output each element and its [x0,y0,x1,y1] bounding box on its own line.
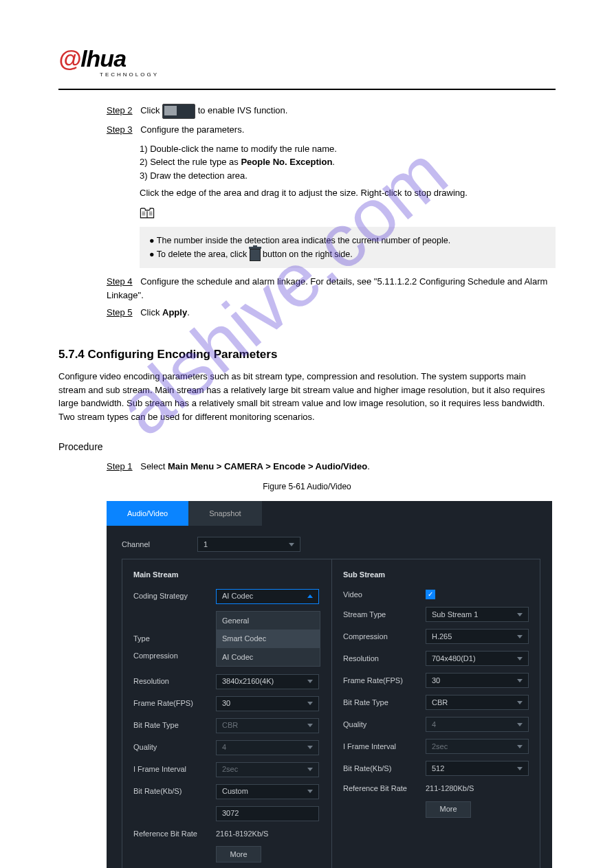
main-res-value: 3840x2160(4K) [222,676,274,687]
main-bitrate-select[interactable]: Custom [216,784,319,799]
note-item-2b: button on the right side. [263,249,353,259]
logo-subtext: TECHNOLOGY [100,71,597,79]
main-stream-title: Main Stream [133,569,320,581]
main-res-select[interactable]: 3840x2160(4K) [216,674,319,689]
sub-res-label: Resolution [343,653,426,665]
header-rule [58,89,556,90]
main-bitrate-custom-input[interactable]: 3072 [216,806,319,821]
sub-res-select[interactable]: 704x480(D1) [426,651,529,666]
main-iframe-select[interactable]: 2sec [216,762,319,777]
apply-label: Apply [162,307,187,318]
step-2-label: Step 2 [107,105,133,115]
section-title: Configuring Encoding Parameters [85,348,278,361]
sub-iframe-value: 2sec [432,741,448,753]
step-3-label: Step 3 [107,124,133,135]
opt-smart-codec[interactable]: Smart Codec [217,630,320,648]
proc-step-1-menu: Main Menu > CAMERA > Encode > Audio/Vide… [168,461,367,471]
proc-step-1-label: Step 1 [107,461,133,471]
channel-select[interactable]: 1 [197,537,300,552]
sub-more-button[interactable]: More [426,801,471,818]
sub-compression-label: Compression [343,631,426,643]
main-brtype-select[interactable]: CBR [216,718,319,733]
proc-step-1-b: . [367,461,370,471]
sub-brtype-select[interactable]: CBR [426,695,529,710]
step-3-sub1: 1) Double-click the name to modify the r… [140,142,556,156]
sub-fps-select[interactable]: 30 [426,673,529,688]
proc-step-1-a: Select [140,461,168,471]
sub-video-label: Video [343,589,426,601]
main-more-button[interactable]: More [216,846,261,863]
step-5-text-b: . [187,307,190,318]
step-3-sub4: Click the edge of the area and drag it t… [140,186,556,200]
main-stream-col: Main Stream Coding Strategy AI Codec Typ… [122,559,332,868]
sub-streamtype-label: Stream Type [343,609,426,621]
section-heading: 5.7.4 Configuring Encoding Parameters [58,346,556,364]
channel-value: 1 [204,539,208,550]
type-label: Type [133,633,216,645]
sub-bitrate-label: Bit Rate(Kb/S) [343,763,426,775]
encode-panel: Audio/Video Snapshot Channel 1 Main Stre… [107,501,552,869]
sub-quality-value: 4 [432,719,436,731]
coding-strategy-value: AI Codec [222,590,253,602]
step-4-text: Configure the schedule and alarm linkage… [107,276,547,300]
sub-quality-label: Quality [343,719,426,731]
main-brtype-value: CBR [222,720,238,731]
main-quality-select[interactable]: 4 [216,740,319,755]
sub-res-value: 704x480(D1) [432,653,476,665]
logo: @lhua TECHNOLOGY [58,41,556,85]
trash-icon[interactable] [250,249,261,261]
sub-bitrate-value: 512 [432,763,444,775]
main-bitrate-custom-value: 3072 [222,808,239,819]
tab-audio-video[interactable]: Audio/Video [107,501,188,526]
tab-snapshot[interactable]: Snapshot [188,501,261,526]
main-iframe-value: 2sec [222,764,238,775]
toggle-icon[interactable] [162,104,195,119]
sub-compression-select[interactable]: H.265 [426,629,529,644]
step-3-sub2-bold: People No. Exception [241,157,332,167]
opt-ai-codec[interactable]: AI Codec [217,648,320,667]
sub-streamtype-select[interactable]: Sub Stream 1 [426,607,529,622]
sub-iframe-label: I Frame Interval [343,741,426,753]
step-3-text: Configure the parameters. [140,124,244,135]
sub-bitrate-select[interactable]: 512 [426,761,529,776]
main-fps-label: Frame Rate(FPS) [133,698,216,709]
section-body: Configure video encoding parameters such… [58,370,556,423]
note-item-1: The number inside the detection area ind… [157,236,450,245]
coding-strategy-label: Coding Strategy [133,590,216,602]
step-3: Step 3 Configure the parameters. 1) Doub… [107,123,556,268]
main-brtype-label: Bit Rate Type [133,720,216,731]
sub-stream-title: Sub Stream [343,569,529,581]
coding-strategy-select[interactable]: AI Codec [216,589,319,604]
opt-general[interactable]: General [217,612,320,630]
step-2: Step 2 Click to enable IVS function. [107,104,556,119]
figure-caption: Figure 5-61 Audio/Video [58,480,556,493]
note-item-2a: To delete the area, click [157,249,250,259]
sub-video-checkbox[interactable]: ✓ [426,590,435,599]
step-4: Step 4 Configure the schedule and alarm … [107,275,556,302]
step-3-sub2-a: 2) Select the rule type as [140,157,241,167]
sub-refbr-value: 211-1280Kb/S [426,783,474,794]
main-refbr-label: Reference Bit Rate [133,828,216,840]
sub-fps-value: 30 [432,675,440,687]
sub-iframe-select[interactable]: 2sec [426,739,529,754]
procedure-title: Procedure [58,440,556,454]
note-box: ● The number inside the detection area i… [140,227,556,268]
sub-compression-value: H.265 [432,631,452,643]
sub-streamtype-value: Sub Stream 1 [432,609,478,621]
step-5-label: Step 5 [107,307,133,318]
proc-step-1: Step 1 Select Main Menu > CAMERA > Encod… [107,460,556,474]
main-fps-select[interactable]: 30 [216,696,319,711]
step-3-sub3: 3) Draw the detection area. [140,169,556,183]
step-4-label: Step 4 [107,276,133,287]
note-icon [140,207,155,223]
step-2-text-a: Click [140,105,162,115]
main-bitrate-label: Bit Rate(Kb/S) [133,786,216,797]
sub-quality-select[interactable]: 4 [426,717,529,732]
logo-text: lhua [80,45,126,71]
main-iframe-label: I Frame Interval [133,764,216,775]
coding-strategy-dropdown[interactable]: General Smart Codec AI Codec [216,611,320,667]
sub-refbr-label: Reference Bit Rate [343,783,426,794]
step-5-text-a: Click [140,307,162,318]
step-2-text-b: to enable IVS function. [198,105,288,115]
main-res-label: Resolution [133,676,216,687]
